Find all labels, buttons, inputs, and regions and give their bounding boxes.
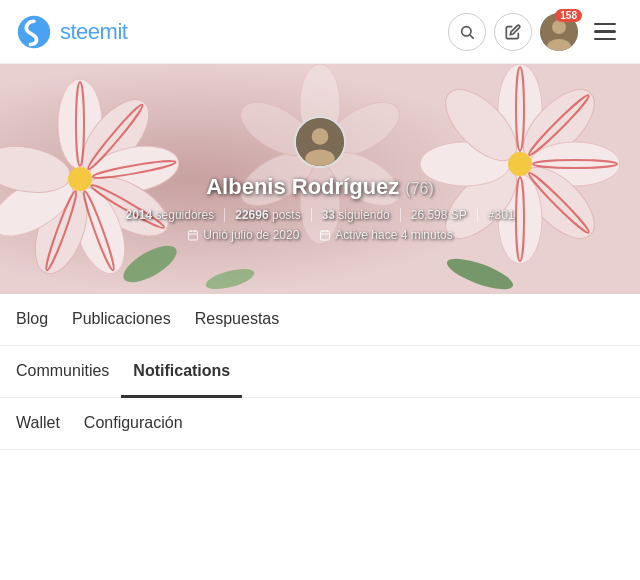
last-active-text: Active hace 4 minutos bbox=[335, 228, 452, 242]
nav-item-wallet[interactable]: Wallet bbox=[16, 398, 72, 450]
profile-avatar bbox=[294, 116, 346, 168]
search-button[interactable] bbox=[448, 13, 486, 51]
nav-row-1: Blog Publicaciones Respuestas bbox=[0, 294, 640, 346]
svg-point-1 bbox=[462, 26, 471, 35]
join-date-text: Unió julio de 2020 bbox=[203, 228, 299, 242]
nav-row-3: Wallet Configuración bbox=[0, 398, 640, 450]
profile-stats: 2014 seguidores 22696 posts 33 siguiendo… bbox=[116, 208, 525, 222]
menu-icon bbox=[594, 23, 616, 26]
profile-level: (76) bbox=[405, 180, 433, 198]
app-header: steemit 158 bbox=[0, 0, 640, 64]
notification-badge: 158 bbox=[555, 9, 582, 22]
menu-button[interactable] bbox=[586, 13, 624, 51]
steemit-logo-icon bbox=[16, 14, 52, 50]
profile-banner: Albenis Rodríguez (76) 2014 seguidores 2… bbox=[0, 64, 640, 294]
stat-posts: 22696 posts bbox=[225, 208, 311, 222]
svg-point-48 bbox=[305, 149, 335, 167]
nav-row-2: Communities Notifications bbox=[0, 346, 640, 398]
nav-item-respuestas[interactable]: Respuestas bbox=[183, 294, 292, 346]
header-actions: 158 bbox=[448, 13, 624, 51]
profile-meta: Unió julio de 2020 Active hace 4 minutos bbox=[187, 228, 452, 242]
clock-icon bbox=[319, 229, 331, 241]
nav-item-publicaciones[interactable]: Publicaciones bbox=[60, 294, 183, 346]
logo-area[interactable]: steemit bbox=[16, 14, 127, 50]
profile-info: Albenis Rodríguez (76) 2014 seguidores 2… bbox=[0, 64, 640, 294]
svg-rect-53 bbox=[321, 231, 330, 240]
nav-item-configuracion[interactable]: Configuración bbox=[72, 398, 195, 450]
logo-text: steemit bbox=[60, 19, 127, 45]
stat-following: 33 siguiendo bbox=[312, 208, 401, 222]
menu-icon bbox=[594, 30, 616, 33]
edit-button[interactable] bbox=[494, 13, 532, 51]
stat-followers: 2014 seguidores bbox=[116, 208, 226, 222]
profile-name: Albenis Rodríguez bbox=[206, 174, 399, 200]
user-avatar-button[interactable]: 158 bbox=[540, 13, 578, 51]
svg-rect-49 bbox=[189, 231, 198, 240]
svg-line-2 bbox=[470, 35, 474, 39]
edit-icon bbox=[505, 24, 521, 40]
svg-point-47 bbox=[312, 128, 329, 145]
stat-rank: #301 bbox=[478, 208, 525, 222]
search-icon bbox=[459, 24, 475, 40]
calendar-icon bbox=[187, 229, 199, 241]
nav-item-notifications[interactable]: Notifications bbox=[121, 346, 242, 398]
last-active: Active hace 4 minutos bbox=[319, 228, 452, 242]
join-date: Unió julio de 2020 bbox=[187, 228, 299, 242]
profile-avatar-image bbox=[296, 116, 344, 168]
stat-sp: 26,598 SP bbox=[401, 208, 478, 222]
menu-icon bbox=[594, 38, 616, 41]
profile-navigation: Blog Publicaciones Respuestas Communitie… bbox=[0, 294, 640, 450]
svg-point-4 bbox=[552, 20, 566, 34]
nav-item-communities[interactable]: Communities bbox=[16, 346, 121, 398]
nav-item-blog[interactable]: Blog bbox=[16, 294, 60, 346]
